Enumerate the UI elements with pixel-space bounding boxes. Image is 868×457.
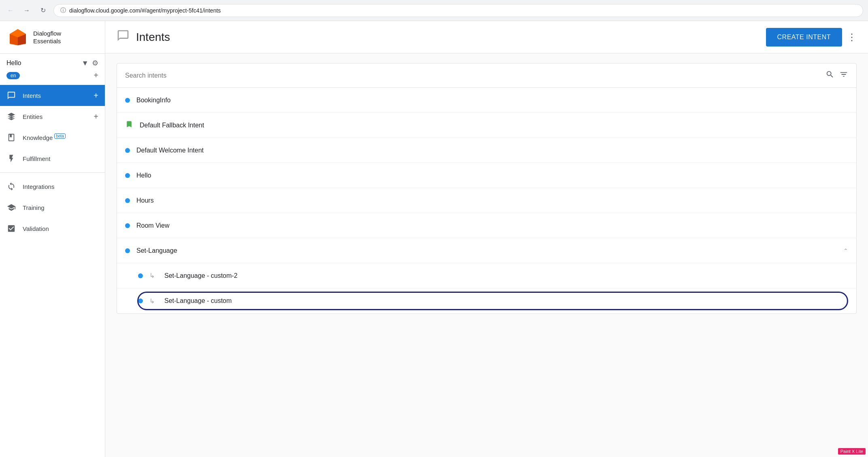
intent-dot-bookinginfo <box>125 98 130 103</box>
intents-label: Intents <box>23 92 87 99</box>
add-intent-button[interactable]: + <box>94 91 98 100</box>
dialogflow-logo <box>8 28 28 47</box>
sidebar: Dialogflow Essentials Hello ▼ ⚙ en + Int… <box>0 21 105 457</box>
agent-controls: ▼ ⚙ <box>81 59 98 68</box>
intent-dot-welcome <box>125 148 130 153</box>
agent-settings-button[interactable]: ⚙ <box>92 59 98 68</box>
intent-arrow-setlangcustom: ↳ <box>149 297 155 305</box>
top-bar-actions: CREATE INTENT ⋮ <box>766 28 857 47</box>
training-icon <box>6 203 16 212</box>
sidebar-item-knowledge[interactable]: Knowledgebeta <box>0 127 105 148</box>
search-input-wrap <box>125 72 821 79</box>
search-input[interactable] <box>125 72 821 79</box>
intent-row-hello[interactable]: Hello <box>117 163 856 188</box>
logo-text: Dialogflow Essentials <box>33 30 61 45</box>
agent-row: Hello ▼ ⚙ <box>0 54 105 69</box>
page-title: Intents <box>136 31 170 44</box>
knowledge-badge: beta <box>54 133 65 139</box>
intent-row-setlang[interactable]: Set-Language ⌃ <box>117 238 856 263</box>
page-title-area: Intents <box>117 29 170 45</box>
intent-dot-hours <box>125 198 130 203</box>
add-language-button[interactable]: + <box>94 71 98 80</box>
address-bar[interactable]: ⓘ dialogflow.cloud.google.com/#/agent/my… <box>53 4 863 17</box>
agent-dropdown-arrow[interactable]: ▼ <box>81 59 89 68</box>
lang-row: en + <box>0 69 105 85</box>
intent-name-roomview: Room View <box>136 222 848 229</box>
entities-icon <box>6 112 16 121</box>
validation-label: Validation <box>23 225 98 232</box>
page-title-icon <box>117 29 130 45</box>
training-label: Training <box>23 204 98 211</box>
intent-row-fallback[interactable]: Default Fallback Intent <box>117 113 856 138</box>
intent-name-hello: Hello <box>136 172 848 179</box>
sidebar-nav: Intents + Entities + Knowledgebeta <box>0 85 105 457</box>
intent-dot-setlang2 <box>138 273 143 278</box>
intent-arrow-setlang2: ↳ <box>149 272 155 279</box>
intent-bookmark-fallback <box>125 120 133 130</box>
intent-name-setlangcustom: Set-Language - custom <box>164 297 848 305</box>
integrations-icon <box>6 182 16 191</box>
intent-dot-roomview <box>125 223 130 228</box>
app-container: Dialogflow Essentials Hello ▼ ⚙ en + Int… <box>0 21 868 457</box>
more-options-button[interactable]: ⋮ <box>847 32 857 43</box>
create-intent-button[interactable]: CREATE INTENT <box>766 28 842 47</box>
validation-icon <box>6 224 16 233</box>
paint-badge: Paint X Lite <box>838 448 866 455</box>
intent-name-setlang2: Set-Language - custom-2 <box>164 272 848 279</box>
filter-button[interactable] <box>839 70 848 81</box>
browser-chrome: ← → ↻ ⓘ dialogflow.cloud.google.com/#/ag… <box>0 0 868 21</box>
intents-panel: BookingInfo Default Fallback Intent Defa… <box>117 63 857 314</box>
forward-button[interactable]: → <box>21 5 32 16</box>
intent-name-welcome: Default Welcome Intent <box>136 147 848 154</box>
sidebar-item-validation[interactable]: Validation <box>0 218 105 239</box>
content-area: BookingInfo Default Fallback Intent Defa… <box>105 53 868 457</box>
fulfillment-label: Fulfillment <box>23 155 98 162</box>
sidebar-item-training[interactable]: Training <box>0 197 105 218</box>
intent-row-setlangcustom[interactable]: ↳ Set-Language - custom <box>117 288 856 313</box>
main-content: Intents CREATE INTENT ⋮ <box>105 21 868 457</box>
intent-dot-setlang <box>125 248 130 253</box>
intent-dot-setlangcustom <box>138 298 143 303</box>
add-entity-button[interactable]: + <box>94 112 98 121</box>
search-bar <box>117 63 856 88</box>
reload-button[interactable]: ↻ <box>37 5 49 16</box>
sidebar-item-intents[interactable]: Intents + <box>0 85 105 106</box>
sidebar-item-entities[interactable]: Entities + <box>0 106 105 127</box>
intents-icon <box>6 91 16 100</box>
address-text: dialogflow.cloud.google.com/#/agent/mypr… <box>69 7 856 14</box>
sidebar-item-integrations[interactable]: Integrations <box>0 176 105 197</box>
search-button[interactable] <box>825 70 834 81</box>
agent-name: Hello <box>6 59 21 67</box>
intent-row-roomview[interactable]: Room View <box>117 213 856 238</box>
top-bar: Intents CREATE INTENT ⋮ <box>105 21 868 53</box>
intent-row-hours[interactable]: Hours <box>117 188 856 213</box>
fulfillment-icon <box>6 154 16 163</box>
back-button[interactable]: ← <box>5 5 16 16</box>
expand-chevron-setlang: ⌃ <box>843 248 848 254</box>
intent-name-hours: Hours <box>136 197 848 204</box>
language-badge[interactable]: en <box>6 72 20 79</box>
intent-row-setlang2[interactable]: ↳ Set-Language - custom-2 <box>117 263 856 288</box>
intent-dot-hello <box>125 173 130 178</box>
sidebar-item-fulfillment[interactable]: Fulfillment <box>0 148 105 169</box>
intent-name-fallback: Default Fallback Intent <box>140 122 848 129</box>
entities-label: Entities <box>23 113 87 120</box>
intent-row-welcome[interactable]: Default Welcome Intent <box>117 138 856 163</box>
intent-name-bookinginfo: BookingInfo <box>136 97 848 104</box>
integrations-label: Integrations <box>23 183 98 190</box>
sidebar-header: Dialogflow Essentials <box>0 21 105 54</box>
security-icon: ⓘ <box>60 7 66 14</box>
intent-name-setlang: Set-Language <box>136 247 834 254</box>
knowledge-icon <box>6 133 16 142</box>
knowledge-label: Knowledgebeta <box>23 134 98 141</box>
intent-row-bookinginfo[interactable]: BookingInfo <box>117 88 856 113</box>
nav-divider <box>0 172 105 173</box>
